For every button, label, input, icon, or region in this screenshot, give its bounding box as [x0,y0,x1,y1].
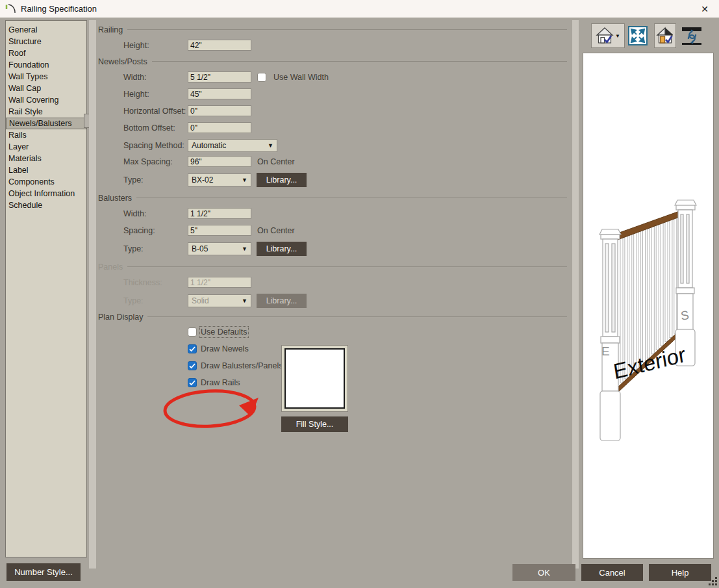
house-view-options-button[interactable]: ▼ [591,23,625,48]
preview-panel: ▼ [583,20,714,559]
sidebar-item-wall-cap[interactable]: Wall Cap [6,83,86,94]
panels-type-dropdown: Solid ▼ [188,294,251,307]
panels-type-label: Type: [123,296,188,305]
group-divider [127,29,567,30]
fill-window-button[interactable] [628,26,648,45]
chevron-down-icon: ▼ [242,177,247,183]
railing-3d-drawing [583,53,714,559]
group-divider [147,316,567,317]
panels-thickness-label: Thickness: [123,278,188,287]
cancel-button[interactable]: Cancel [581,564,643,581]
newels-library-button[interactable]: Library... [257,173,307,187]
newels-type-value: BX-02 [192,175,213,185]
newels-on-center-label: On Center [257,157,295,166]
balusters-type-label: Type: [123,244,188,253]
draw-balusters-panels-checkbox[interactable] [188,361,197,370]
balusters-type-value: B-05 [192,244,208,253]
sidebar-item-components[interactable]: Components [6,176,86,188]
bottom-offset-input[interactable] [188,122,251,133]
balusters-width-input[interactable] [188,208,251,219]
annotation-arrowhead [239,398,259,416]
sidebar-item-label[interactable]: Label [6,164,86,176]
chevron-down-icon: ▼ [268,142,273,149]
sidebar-item-rails[interactable]: Rails [6,129,86,141]
house-view-options-icon [596,27,614,45]
sidebar-item-materials[interactable]: Materials [6,153,86,164]
balusters-spacing-input[interactable] [188,225,251,236]
draw-newels-checkbox[interactable] [188,344,197,353]
newels-type-dropdown[interactable]: BX-02 ▼ [188,173,251,186]
help-button[interactable]: Help [649,564,711,581]
fill-style-button[interactable]: Fill Style... [281,416,348,432]
balusters-on-center-label: On Center [257,226,295,235]
window-title: Railing Specification [21,4,97,14]
sidebar-item-schedule[interactable]: Schedule [6,199,86,211]
railing-height-input[interactable] [188,40,251,51]
ok-button[interactable]: OK [512,564,575,581]
group-divider [152,61,567,62]
panels-group-disabled: Panels Thickness: Type: Solid ▼ Library.… [96,262,572,308]
title-bar: Railing Specification ✕ [0,0,719,18]
railing-specification-dialog: { "window": { "title": "Railing Specific… [0,0,719,588]
chevron-down-icon: ▼ [615,33,620,39]
chevron-down-icon: ▼ [242,298,247,304]
main-scrollbar-left-track[interactable] [89,20,96,569]
newels-type-label: Type: [123,175,188,185]
resize-grip[interactable] [709,577,718,587]
horizontal-offset-label: Horizontal Offset: [123,107,188,116]
use-wall-width-label: Use Wall Width [273,73,329,82]
chevron-down-icon: ▼ [242,246,247,252]
refresh-view-icon [680,26,703,45]
sidebar-item-rail-style[interactable]: Rail Style [6,106,86,118]
bottom-offset-label: Bottom Offset: [123,123,188,133]
use-defaults-checkbox[interactable] [188,327,197,337]
spacing-method-label: Spacing Method: [123,141,188,150]
railing-height-label: Height: [123,41,188,50]
draw-balusters-panels-label: Draw Balusters/Panels [201,361,283,370]
sidebar-item-newels-balusters[interactable]: Newels/Balusters [6,118,86,129]
newels-width-label: Width: [123,73,188,82]
plan-display-group-title: Plan Display [98,313,143,322]
newels-width-input[interactable] [188,71,251,83]
spacing-method-dropdown[interactable]: Automatic ▼ [188,139,277,152]
group-divider [127,266,567,267]
use-wall-width-checkbox[interactable] [257,73,266,82]
color-toggle-icon [656,27,674,45]
spacing-method-value: Automatic [192,141,226,150]
balusters-spacing-label: Spacing: [123,226,188,235]
balusters-type-dropdown[interactable]: B-05 ▼ [188,242,251,255]
number-style-button[interactable]: Number Style... [6,563,81,581]
color-toggle-button[interactable] [654,23,676,48]
draw-rails-label: Draw Rails [201,378,240,387]
newels-height-label: Height: [123,90,188,99]
draw-newels-label: Draw Newels [201,344,249,353]
sidebar-item-wall-types[interactable]: Wall Types [6,71,86,83]
sidebar-item-layer[interactable]: Layer [6,141,86,153]
left-newel-post [599,229,621,441]
balusters-width-label: Width: [123,209,188,218]
newels-height-input[interactable] [188,88,251,99]
sidebar-item-general[interactable]: General [6,24,86,36]
plan-fill-preview [281,345,348,412]
sidebar-item-foundation[interactable]: Foundation [6,59,86,71]
newels-balusters-panel: Railing Height: Newels/Posts Width: Use … [96,20,572,569]
railing-app-icon [5,4,16,14]
close-icon[interactable]: ✕ [698,3,711,16]
sidebar-item-roof[interactable]: Roof [6,47,86,59]
railing-3d-viewport[interactable]: S E Exterior [583,53,714,559]
balusters-library-button[interactable]: Library... [257,242,307,256]
railing-group-title: Railing [98,25,123,34]
main-scrollbar-right-track[interactable] [572,20,579,569]
sidebar-item-wall-covering[interactable]: Wall Covering [6,94,86,106]
sidebar-item-object-information[interactable]: Object Information [6,188,86,199]
refresh-view-button[interactable] [679,26,705,45]
sidebar-item-structure[interactable]: Structure [6,36,86,47]
plan-fill-swatch [284,348,345,409]
balusters-group-title: Balusters [98,194,132,203]
horizontal-offset-input[interactable] [188,105,251,116]
draw-rails-checkbox[interactable] [188,378,197,387]
category-sidebar: General Structure Roof Foundation Wall T… [5,20,87,557]
newels-group-title: Newels/Posts [98,57,147,66]
panels-group-title: Panels [98,262,123,272]
max-spacing-input[interactable] [188,156,251,167]
